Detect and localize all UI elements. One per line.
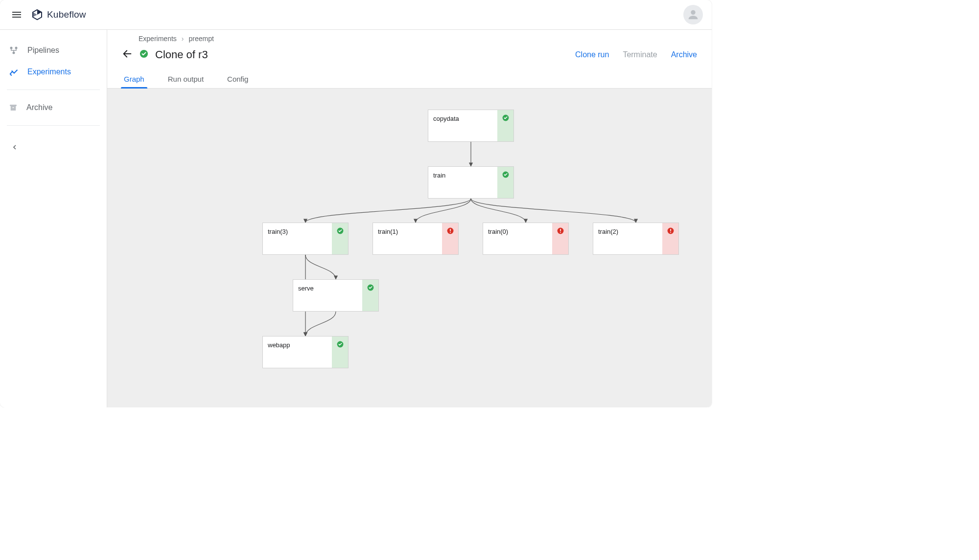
experiments-icon [9,67,19,77]
back-button[interactable] [122,48,133,61]
sidebar-divider [7,90,100,90]
svg-point-4 [10,47,13,49]
sidebar-item-archive[interactable]: Archive [0,97,107,118]
graph-node-copydata[interactable]: copydata [428,110,514,142]
terminate-button: Terminate [623,50,657,59]
success-status [332,336,348,368]
error-status [552,223,568,254]
tabs: Graph Run output Config [107,70,712,89]
graph-node-train0[interactable]: train(0) [483,223,569,255]
success-status [332,223,348,254]
tab-config[interactable]: Config [225,70,250,88]
run-status-icon [140,49,148,60]
success-status [497,167,513,198]
breadcrumb-leaf[interactable]: preempt [188,35,213,43]
app-logo[interactable]: Kubeflow [31,9,86,21]
graph-node-label: webapp [263,336,332,368]
graph-node-label: train(1) [373,223,442,254]
user-icon [686,8,700,22]
svg-rect-8 [11,106,16,111]
graph-node-label: serve [293,280,362,311]
graph-node-label: copydata [428,110,497,141]
breadcrumb-root[interactable]: Experiments [139,35,177,43]
sidebar-divider [7,125,100,126]
graph-node-train2[interactable]: train(2) [593,223,679,255]
check-circle-icon [140,49,148,58]
svg-marker-2 [33,12,37,17]
archive-button[interactable]: Archive [671,50,697,59]
topbar: Kubeflow [0,0,712,30]
graph-node-train3[interactable]: train(3) [262,223,349,255]
user-avatar[interactable] [683,5,703,24]
error-circle-icon [667,227,675,235]
svg-point-3 [691,10,695,15]
archive-icon [9,103,18,112]
sidebar-collapse-button[interactable] [5,137,24,157]
graph-node-train1[interactable]: train(1) [373,223,459,255]
app-name: Kubeflow [47,9,86,20]
success-status [362,280,378,311]
svg-rect-16 [450,232,451,233]
graph-canvas[interactable]: copydatatraintrain(3)train(1)train(0)tra… [107,89,712,407]
graph-node-train[interactable]: train [428,166,514,199]
graph-node-label: train [428,167,497,198]
tab-run-output[interactable]: Run output [166,70,206,88]
check-circle-icon [336,227,344,235]
svg-rect-19 [560,232,561,233]
success-status [497,110,513,141]
svg-rect-22 [670,232,671,233]
svg-rect-15 [450,229,451,231]
error-status [442,223,458,254]
error-circle-icon [446,227,454,235]
svg-rect-21 [670,229,671,231]
graph-node-webapp[interactable]: webapp [262,336,349,368]
check-circle-icon [502,171,510,179]
breadcrumb: Experiments › preempt [122,35,697,43]
error-circle-icon [557,227,564,235]
check-circle-icon [336,340,344,348]
svg-point-5 [15,47,18,49]
graph-node-label: train(2) [593,223,662,254]
kubeflow-logo-icon [31,9,43,21]
sidebar-item-pipelines[interactable]: Pipelines [0,40,107,61]
tab-graph[interactable]: Graph [122,70,146,88]
page-title: Clone of r3 [155,48,208,61]
sidebar: Pipelines Experiments Archive [0,30,107,407]
sidebar-item-label: Archive [26,103,52,112]
graph-node-label: train(3) [263,223,332,254]
check-circle-icon [367,284,374,291]
graph-node-serve[interactable]: serve [293,279,379,312]
arrow-left-icon [122,48,133,59]
menu-button[interactable] [7,5,26,24]
sidebar-item-experiments[interactable]: Experiments [0,61,107,83]
pipelines-icon [9,45,19,55]
chevron-left-icon [11,143,19,151]
chevron-right-icon: › [182,35,184,43]
sidebar-item-label: Pipelines [27,46,59,55]
check-circle-icon [502,114,510,122]
clone-run-button[interactable]: Clone run [575,50,609,59]
svg-rect-7 [10,105,17,106]
hamburger-icon [11,9,23,21]
graph-node-label: train(0) [483,223,552,254]
error-status [662,223,678,254]
svg-rect-18 [560,229,561,231]
svg-point-6 [13,52,15,54]
sidebar-item-label: Experiments [27,67,71,76]
svg-rect-9 [13,107,14,108]
